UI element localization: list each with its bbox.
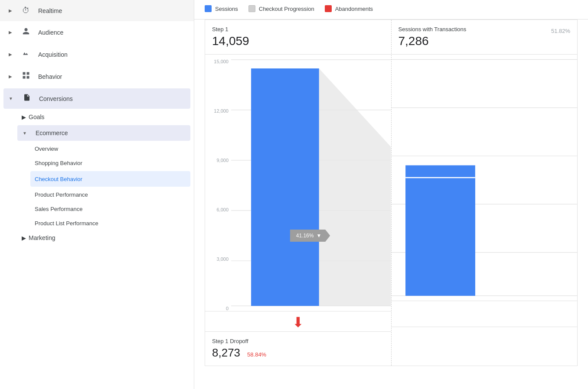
sidebar-item-shopping-behavior[interactable]: Shopping Behavior <box>0 156 194 170</box>
svg-rect-0 <box>23 72 26 75</box>
svg-rect-19 <box>405 165 475 296</box>
svg-rect-1 <box>27 72 29 75</box>
legend-checkout-progression: Checkout Progression <box>248 5 314 12</box>
svg-rect-11 <box>251 68 319 306</box>
checkout-progression-legend-label: Checkout Progression <box>259 6 314 12</box>
sidebar-item-behavior[interactable]: ▶ Behavior <box>0 65 194 88</box>
goals-arrow: ▶ <box>22 114 26 120</box>
main-content: Sessions Checkout Progression Abandonmen… <box>194 0 588 389</box>
goals-label: Goals <box>29 113 45 120</box>
svg-rect-3 <box>27 76 29 79</box>
ecommerce-label: Ecommerce <box>36 130 68 136</box>
sales-performance-label: Sales Performance <box>35 206 83 212</box>
overview-label: Overview <box>35 146 58 152</box>
sessions-transactions-label: Sessions with Transactions <box>399 26 467 32</box>
sidebar-item-sales-performance[interactable]: Sales Performance <box>0 202 194 216</box>
audience-label: Audience <box>38 29 63 36</box>
sidebar-item-product-list-performance[interactable]: Product List Performance <box>0 216 194 230</box>
abandonments-color-swatch <box>325 5 332 12</box>
sidebar-item-overview[interactable]: Overview <box>0 142 194 156</box>
sidebar-item-acquisition[interactable]: ▶ Acquisition <box>0 43 194 65</box>
chart-right-column: Sessions with Transactions 7,286 51.82% <box>392 20 578 366</box>
behavior-icon <box>21 71 31 81</box>
right-bottom-section <box>392 327 578 366</box>
y-label-0: 0 <box>205 306 229 311</box>
product-performance-label: Product Performance <box>35 191 88 198</box>
sessions-transactions-chart-area <box>392 55 578 301</box>
acquisition-icon <box>21 49 31 59</box>
step1-chart-area: 15,000 12,000 9,000 6,000 3,000 0 <box>205 55 391 311</box>
shopping-behavior-label: Shopping Behavior <box>35 160 82 166</box>
step1-value: 14,059 <box>212 34 384 48</box>
realtime-arrow: ▶ <box>9 8 12 13</box>
sidebar-item-conversions[interactable]: ▼ Conversions <box>3 88 190 109</box>
sidebar-item-checkout-behavior[interactable]: Checkout Behavior <box>30 171 190 187</box>
step1-dropoff-value-row: 8,273 58.84% <box>212 346 384 360</box>
sidebar-item-realtime[interactable]: ▶ ⏱ Realtime <box>0 0 194 21</box>
sidebar-item-marketing[interactable]: ▶ Marketing <box>0 230 194 245</box>
chart-svg <box>231 55 391 311</box>
dropoff-down-arrow-icon: ⬇ <box>205 314 391 331</box>
sidebar-item-audience[interactable]: ▶ Audience <box>0 21 194 43</box>
legend-bar: Sessions Checkout Progression Abandonmen… <box>194 0 588 19</box>
sessions-transactions-pct: 51.82% <box>551 28 570 34</box>
svg-rect-2 <box>23 76 26 79</box>
step1-label: Step 1 <box>212 26 384 32</box>
conversions-arrow: ▼ <box>9 96 13 101</box>
realtime-icon: ⏱ <box>21 6 31 15</box>
conversion-rate-badge: 41.16% ▼ <box>290 230 330 242</box>
step1-dropoff-value: 8,273 <box>212 346 240 360</box>
checkout-progression-color-swatch <box>248 5 255 12</box>
checkout-behavior-label: Checkout Behavior <box>35 176 82 182</box>
acquisition-label: Acquisition <box>38 51 68 58</box>
sessions-color-swatch <box>205 5 212 12</box>
conversion-rate-value: 41.16% <box>296 233 314 239</box>
sessions-transactions-value: 7,286 <box>399 34 467 48</box>
y-label-12000: 12,000 <box>205 108 229 113</box>
legend-abandonments: Abandonments <box>325 5 373 12</box>
sidebar: ▶ ⏱ Realtime ▶ Audience ▶ Acquisition ▶ … <box>0 0 194 389</box>
conversions-label: Conversions <box>39 95 73 102</box>
conversion-rate-down-icon: ▼ <box>316 233 321 239</box>
sidebar-item-ecommerce[interactable]: ▼ Ecommerce <box>17 125 190 141</box>
marketing-label: Marketing <box>29 234 55 241</box>
right-chart-svg <box>392 55 578 301</box>
y-label-3000: 3,000 <box>205 256 229 262</box>
legend-sessions: Sessions <box>205 5 238 12</box>
chart-left-column: Step 1 14,059 15,000 12,000 9,000 6,000 … <box>205 20 392 366</box>
sidebar-item-product-performance[interactable]: Product Performance <box>0 188 194 202</box>
chart-container: Step 1 14,059 15,000 12,000 9,000 6,000 … <box>205 19 578 366</box>
conversions-icon <box>22 94 32 104</box>
right-dropoff-placeholder <box>392 301 578 327</box>
dropoff-arrow-container: ⬇ <box>205 311 391 331</box>
abandonments-legend-label: Abandonments <box>335 6 373 12</box>
y-axis: 15,000 12,000 9,000 6,000 3,000 0 <box>205 55 231 311</box>
realtime-label: Realtime <box>38 7 62 14</box>
sessions-legend-label: Sessions <box>215 6 238 12</box>
sessions-transactions-left: Sessions with Transactions 7,286 <box>399 26 467 48</box>
step1-dropoff-pct: 58.84% <box>247 351 266 358</box>
y-label-6000: 6,000 <box>205 207 229 212</box>
step1-dropoff-section: Step 1 Dropoff 8,273 58.84% <box>205 331 391 366</box>
step1-header: Step 1 14,059 <box>205 20 391 55</box>
y-label-9000: 9,000 <box>205 158 229 163</box>
y-label-15000: 15,000 <box>205 59 229 64</box>
behavior-label: Behavior <box>38 73 62 80</box>
sidebar-item-goals[interactable]: ▶ Goals <box>0 110 194 124</box>
step1-dropoff-label: Step 1 Dropoff <box>212 338 384 344</box>
audience-arrow: ▶ <box>9 30 12 35</box>
sessions-transactions-header: Sessions with Transactions 7,286 51.82% <box>392 20 578 55</box>
audience-icon <box>21 27 31 37</box>
acquisition-arrow: ▶ <box>9 52 12 57</box>
behavior-arrow: ▶ <box>9 74 12 79</box>
product-list-performance-label: Product List Performance <box>35 220 98 227</box>
marketing-arrow: ▶ <box>22 235 26 241</box>
ecommerce-arrow: ▼ <box>23 131 27 136</box>
